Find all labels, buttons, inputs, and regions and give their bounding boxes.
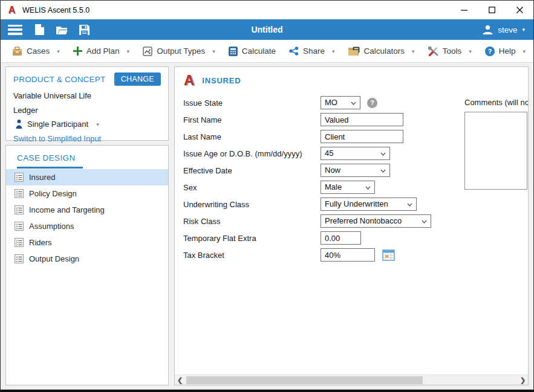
tax-bracket-input[interactable] xyxy=(321,248,375,262)
switch-simplified-input-link[interactable]: Switch to Simplified Input xyxy=(13,134,161,143)
new-document-button[interactable] xyxy=(34,24,45,35)
chevron-down-icon: ▾ xyxy=(523,48,526,54)
window-controls xyxy=(450,1,533,19)
temporary-flat-extra-input[interactable] xyxy=(321,231,361,245)
tax-bracket-table-button[interactable] xyxy=(382,249,395,261)
chevron-down-icon: ▾ xyxy=(57,48,60,54)
minimize-button[interactable] xyxy=(450,1,478,19)
first-name-label: First Name xyxy=(183,115,321,124)
temporary-flat-extra-label: Temporary Flat Extra xyxy=(183,234,321,243)
checklist-icon xyxy=(15,238,24,247)
issue-state-select[interactable]: MO xyxy=(321,96,360,109)
maximize-icon xyxy=(489,7,495,13)
issue-age-select[interactable]: 45 xyxy=(321,147,390,160)
title-bar: A WELIS Ascent 5.5.0 xyxy=(1,1,533,19)
nav-item-insured[interactable]: Insured xyxy=(6,169,168,185)
output-types-icon xyxy=(143,47,152,56)
chevron-down-icon: ▾ xyxy=(332,48,335,54)
chevron-down-icon xyxy=(380,152,386,156)
tools-icon xyxy=(428,47,438,56)
save-button[interactable] xyxy=(79,24,90,35)
case-design-list: Insured Policy Design Income and Targeti… xyxy=(6,169,168,267)
user-icon xyxy=(482,24,493,36)
insured-panel: A INSURED Issue State MO ? First Name La… xyxy=(174,66,529,385)
product-concept-title: PRODUCT & CONCEPT xyxy=(13,75,105,84)
app-window: A WELIS Ascent 5.5.0 Untitled xyxy=(0,0,534,392)
menu-calculate[interactable]: Calculate xyxy=(222,40,282,62)
new-document-icon xyxy=(35,24,44,35)
close-button[interactable] xyxy=(506,1,533,19)
scroll-right-arrow[interactable]: ❯ xyxy=(518,375,528,385)
product-name: Variable Universal Life xyxy=(13,91,161,100)
chevron-down-icon: ▾ xyxy=(469,48,472,54)
nav-item-output-design[interactable]: Output Design xyxy=(6,251,168,267)
primary-toolbar: Untitled steve ▾ xyxy=(1,19,533,40)
sex-select[interactable]: Male xyxy=(321,181,375,194)
content-area: PRODUCT & CONCEPT CHANGE Variable Univer… xyxy=(1,63,533,390)
case-design-panel: CASE DESIGN Insured Policy Design Income… xyxy=(5,145,169,385)
main-menu-button[interactable] xyxy=(8,25,22,35)
document-title: Untitled xyxy=(251,25,282,34)
last-name-label: Last Name xyxy=(183,132,321,141)
chevron-down-icon: ▾ xyxy=(212,48,215,54)
save-icon xyxy=(79,25,90,35)
menu-help[interactable]: ? Help ▾ xyxy=(478,40,532,62)
checklist-icon xyxy=(15,189,24,198)
cases-icon xyxy=(12,47,22,56)
app-logo-icon: A xyxy=(7,5,17,15)
scrollbar-thumb[interactable] xyxy=(186,376,423,384)
hamburger-icon xyxy=(8,25,22,27)
change-button[interactable]: CHANGE xyxy=(114,72,161,86)
close-icon xyxy=(516,7,523,13)
underwriting-class-label: Underwriting Class xyxy=(183,200,321,209)
chevron-down-icon xyxy=(365,186,371,190)
chevron-down-icon xyxy=(422,220,427,223)
effective-date-label: Effective Date xyxy=(183,166,321,175)
last-name-input[interactable] xyxy=(321,130,403,143)
scroll-left-arrow[interactable]: ❮ xyxy=(175,375,185,385)
menu-calculators[interactable]: Calculators ▾ xyxy=(342,40,422,62)
risk-class-select[interactable]: Preferred Nontobacco xyxy=(321,214,431,228)
underwriting-class-select[interactable]: Fully Underwritten xyxy=(321,198,417,211)
calculator-icon xyxy=(229,47,238,56)
menu-output-types[interactable]: Output Types ▾ xyxy=(136,40,222,62)
sex-label: Sex xyxy=(183,183,321,192)
menu-add-plan[interactable]: Add Plan ▾ xyxy=(67,40,136,62)
checklist-icon xyxy=(15,205,24,214)
menu-share[interactable]: Share ▾ xyxy=(282,40,342,62)
risk-class-label: Risk Class xyxy=(183,217,321,226)
share-icon xyxy=(289,47,299,56)
issue-state-label: Issue State xyxy=(183,98,321,108)
menu-tools[interactable]: Tools ▾ xyxy=(422,40,478,62)
case-design-title: CASE DESIGN xyxy=(17,153,83,169)
participant-label: Single Participant xyxy=(27,120,88,129)
table-grid-icon xyxy=(383,250,394,260)
chevron-down-icon: ▾ xyxy=(412,48,415,54)
comments-label: Comments (will no xyxy=(464,98,529,107)
chevron-down-icon: ▾ xyxy=(127,48,130,54)
participant-selector[interactable]: Single Participant ▾ xyxy=(13,120,161,129)
concept-name: Ledger xyxy=(13,106,161,115)
chevron-down-icon: ▾ xyxy=(96,121,99,127)
chevron-down-icon xyxy=(407,203,412,207)
issue-age-label: Issue Age or D.O.B. (mm/dd/yyyy) xyxy=(183,149,321,158)
nav-item-riders[interactable]: Riders xyxy=(6,234,168,251)
issue-state-help-icon[interactable]: ? xyxy=(367,98,377,108)
nav-item-policy-design[interactable]: Policy Design xyxy=(6,185,168,202)
nav-item-income-targeting[interactable]: Income and Targeting xyxy=(6,202,168,218)
horizontal-scrollbar[interactable]: ❮ ❯ xyxy=(175,374,528,385)
user-menu[interactable]: steve ▾ xyxy=(482,24,525,36)
first-name-input[interactable] xyxy=(321,113,403,126)
open-folder-icon xyxy=(56,25,67,34)
effective-date-select[interactable]: Now xyxy=(321,164,390,177)
app-title: WELIS Ascent 5.5.0 xyxy=(22,6,90,14)
calculators-folder-icon xyxy=(348,47,360,56)
comments-textarea[interactable] xyxy=(464,112,527,190)
checklist-icon xyxy=(15,222,24,231)
chevron-down-icon xyxy=(380,169,386,173)
menu-cases[interactable]: Cases ▾ xyxy=(5,40,67,62)
open-file-button[interactable] xyxy=(56,24,67,35)
maximize-button[interactable] xyxy=(478,1,506,19)
nav-item-assumptions[interactable]: Assumptions xyxy=(6,218,168,234)
product-concept-panel: PRODUCT & CONCEPT CHANGE Variable Univer… xyxy=(5,66,169,141)
